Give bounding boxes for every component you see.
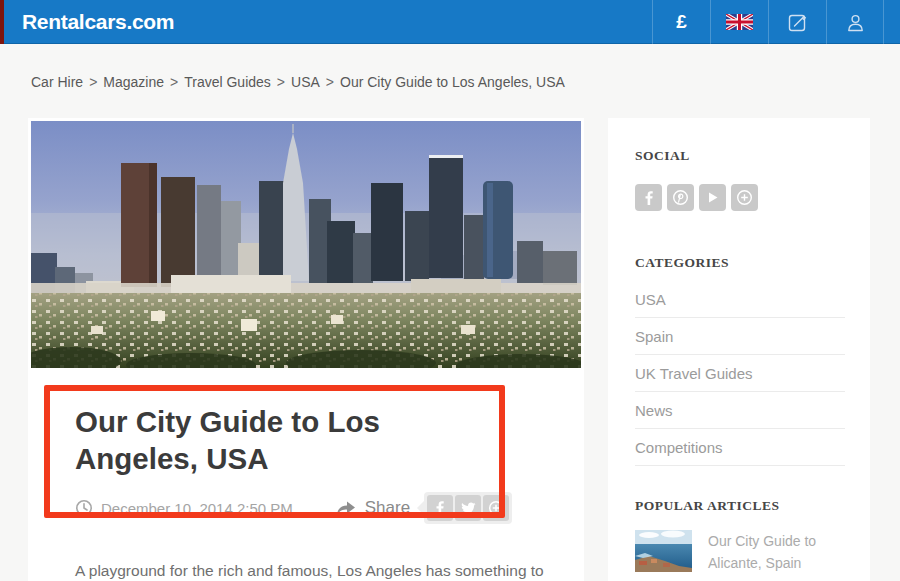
social-pinterest-button[interactable]: [667, 184, 694, 211]
language-selector[interactable]: [710, 0, 768, 44]
share-label: Share: [365, 498, 410, 518]
article-intro-paragraph: A playground for the rich and famous, Lo…: [75, 556, 555, 581]
social-google-plus-button[interactable]: [731, 184, 758, 211]
article-title: Our City Guide to Los Angeles, USA: [75, 403, 460, 477]
breadcrumb-separator: >: [326, 74, 334, 90]
alicante-thumbnail-image: [635, 530, 692, 572]
breadcrumb-current-page: Our City Guide to Los Angeles, USA: [340, 74, 565, 90]
pinterest-icon: [672, 189, 689, 206]
breadcrumb-car-hire[interactable]: Car Hire: [31, 74, 83, 90]
social-heading: SOCIAL: [635, 148, 845, 164]
social-youtube-button[interactable]: [699, 184, 726, 211]
share-facebook-button[interactable]: [427, 495, 453, 521]
popular-article-title: Our City Guide to Alicante, Spain: [708, 530, 833, 574]
play-icon: [706, 191, 719, 204]
social-buttons-row: [635, 184, 845, 211]
breadcrumb-separator: >: [277, 74, 285, 90]
account-button[interactable]: [826, 0, 884, 44]
sidebar: SOCIAL CATEGORIES USA: [608, 118, 870, 581]
top-navigation-bar: Rentalcars.com £: [0, 0, 900, 44]
breadcrumb-usa[interactable]: USA: [291, 74, 320, 90]
la-skyline-hero-image: [31, 121, 581, 368]
categories-list: USA Spain UK Travel Guides News Competit…: [635, 281, 845, 466]
category-usa[interactable]: USA: [635, 281, 845, 318]
breadcrumb-travel-guides[interactable]: Travel Guides: [184, 74, 271, 90]
category-news[interactable]: News: [635, 392, 845, 429]
plus-circle-icon: [488, 500, 504, 516]
uk-flag-icon: [726, 14, 753, 30]
popular-articles-section: POPULAR ARTICLES Our City Gu: [635, 498, 845, 574]
facebook-icon: [433, 501, 447, 515]
publish-date: December 10, 2014 2:50 PM: [101, 500, 293, 517]
category-competitions[interactable]: Competitions: [635, 429, 845, 466]
manage-booking-button[interactable]: [768, 0, 826, 44]
rentalcars-logo[interactable]: Rentalcars.com: [22, 10, 174, 34]
categories-heading: CATEGORIES: [635, 255, 845, 271]
share-buttons-strip: [424, 492, 512, 524]
topbar-actions: £: [652, 0, 884, 44]
popular-article-item[interactable]: Our City Guide to Alicante, Spain: [635, 530, 845, 574]
clock-icon: [75, 499, 93, 517]
breadcrumb-separator: >: [89, 74, 97, 90]
share-strip-notch: [417, 501, 424, 515]
share-group: Share: [335, 492, 512, 524]
categories-section: CATEGORIES USA Spain UK Travel Guides Ne…: [635, 255, 845, 466]
social-facebook-button[interactable]: [635, 184, 662, 211]
category-uk-travel-guides[interactable]: UK Travel Guides: [635, 355, 845, 392]
left-edge-strip: [0, 0, 4, 44]
person-icon: [845, 12, 866, 33]
currency-selector[interactable]: £: [652, 0, 710, 44]
category-spain[interactable]: Spain: [635, 318, 845, 355]
pound-icon: £: [676, 11, 687, 33]
facebook-icon: [642, 191, 656, 205]
plus-circle-icon: [736, 189, 753, 206]
compose-icon: [787, 12, 808, 33]
breadcrumb: Car Hire>Magazine>Travel Guides>USA>Our …: [31, 74, 565, 90]
twitter-icon: [461, 502, 476, 515]
share-more-button[interactable]: [483, 495, 509, 521]
share-arrow-icon: [335, 499, 357, 517]
article-card: Our City Guide to Los Angeles, USA Decem…: [28, 118, 584, 581]
breadcrumb-separator: >: [170, 74, 178, 90]
breadcrumb-magazine[interactable]: Magazine: [103, 74, 164, 90]
article-meta-row: December 10, 2014 2:50 PM Share: [75, 492, 537, 524]
share-twitter-button[interactable]: [455, 495, 481, 521]
popular-articles-heading: POPULAR ARTICLES: [635, 498, 845, 514]
